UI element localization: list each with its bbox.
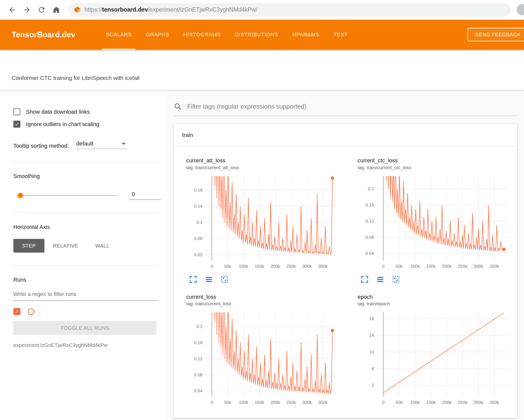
svg-text:350k: 350k (318, 400, 328, 405)
svg-text:6: 6 (371, 366, 374, 371)
horizontal-axis-buttons: STEP RELATIVE WALL (13, 239, 167, 253)
experiment-title: Conformer CTC training for LibriSpeech w… (12, 75, 139, 82)
svg-text:100k: 100k (410, 400, 420, 405)
svg-text:300k: 300k (302, 400, 312, 405)
browser-home-button[interactable] (49, 2, 63, 17)
svg-text:50k: 50k (396, 400, 403, 405)
tab-histograms[interactable]: HISTOGRAMS (176, 20, 228, 50)
chart-title: current_ctc_loss (358, 157, 511, 164)
svg-text:50k: 50k (396, 264, 403, 269)
smoothing-slider-thumb[interactable] (18, 193, 23, 198)
runs-filter-input[interactable] (13, 291, 159, 301)
send-feedback-button[interactable]: SEND FEEDBACK (467, 28, 524, 41)
svg-text:0.12: 0.12 (365, 219, 374, 224)
tooltip-sorting-value: default (76, 140, 93, 147)
svg-text:300k: 300k (474, 400, 483, 405)
svg-text:150k: 150k (426, 264, 436, 269)
svg-text:0.06: 0.06 (194, 236, 203, 241)
axis-wall-button[interactable]: WALL (87, 239, 118, 253)
chart-current-ctc-loss: current_ctc_loss tag: train/current_ctc_… (354, 157, 511, 284)
fit-domain-icon[interactable] (220, 275, 229, 284)
expand-chart-icon[interactable] (189, 275, 197, 284)
browser-chrome: https://tensorboard.dev/experiment/lzGnE… (0, 0, 524, 20)
svg-text:100k: 100k (239, 264, 248, 269)
run-color-swatch-icon[interactable] (28, 308, 35, 315)
svg-text:250k: 250k (458, 264, 468, 269)
brand-title: TensorBoard.dev (12, 30, 75, 39)
svg-text:0.08: 0.08 (194, 372, 203, 377)
tensorboard-favicon (74, 6, 81, 13)
chart-title: current_att_loss (186, 157, 339, 164)
toggle-all-runs-button[interactable]: TOGGLE ALL RUNS (13, 321, 156, 335)
svg-text:0.08: 0.08 (365, 235, 374, 240)
chart-tag: tag: train/current_ctc_loss (358, 165, 511, 170)
svg-text:300k: 300k (474, 264, 483, 269)
svg-text:0: 0 (211, 264, 213, 269)
svg-text:0.04: 0.04 (365, 251, 374, 256)
svg-text:150k: 150k (426, 400, 436, 405)
tab-text[interactable]: TEXT (327, 20, 355, 50)
svg-text:0.16: 0.16 (194, 340, 203, 345)
ignore-outliers-checkbox[interactable]: ✓ (13, 121, 20, 128)
svg-text:0.18: 0.18 (194, 188, 203, 193)
line-chart[interactable]: 26101418050k100k150k200k250k300k350k (354, 308, 511, 409)
tooltip-sorting-dropdown[interactable]: default (76, 140, 127, 149)
svg-text:0.2: 0.2 (196, 324, 202, 329)
tab-graphs[interactable]: GRAPHS (139, 20, 177, 50)
check-icon: ✓ (15, 122, 19, 127)
experiment-id-caption: experiment lzGnETjwRxC3yghNMd4kPw (13, 342, 167, 348)
svg-text:350k: 350k (490, 264, 499, 269)
svg-text:100k: 100k (239, 400, 248, 405)
tab-hparams[interactable]: HPARAMS (285, 20, 326, 50)
svg-text:2: 2 (371, 383, 374, 388)
show-download-links-checkbox[interactable] (13, 108, 20, 115)
svg-text:0: 0 (211, 400, 213, 405)
divider (13, 213, 159, 213)
svg-text:0.2: 0.2 (368, 186, 374, 191)
svg-text:10: 10 (369, 349, 374, 354)
svg-text:50k: 50k (224, 264, 231, 269)
browser-profile-avatar[interactable] (517, 4, 524, 15)
run-row: ✓ . (13, 308, 167, 315)
view-run-data-icon[interactable] (205, 275, 213, 284)
tag-group-title[interactable]: train (174, 124, 517, 146)
tooltip-sorting-row: Tooltip sorting method: default (13, 140, 167, 149)
svg-text:100k: 100k (410, 264, 420, 269)
smoothing-slider[interactable] (18, 195, 119, 196)
run-visibility-checkbox[interactable]: ✓ (13, 308, 20, 315)
tooltip-sorting-label: Tooltip sorting method: (13, 143, 69, 149)
horizontal-axis-label: Horizontal Axis (13, 224, 167, 230)
svg-text:250k: 250k (286, 264, 296, 269)
filter-tags-input[interactable] (187, 103, 517, 111)
view-run-data-icon[interactable] (376, 275, 385, 284)
chart-current-att-loss: current_att_loss tag: train/current_att_… (182, 157, 339, 284)
charts-grid: current_att_loss tag: train/current_att_… (174, 146, 517, 408)
smoothing-value-input[interactable]: 0 (130, 191, 161, 200)
tab-scalars[interactable]: SCALARS (99, 20, 139, 50)
home-icon (52, 6, 60, 14)
show-download-links-row[interactable]: Show data download links (13, 108, 167, 115)
svg-text:200k: 200k (271, 264, 280, 269)
reload-icon (37, 6, 46, 14)
axis-step-button[interactable]: STEP (13, 239, 44, 253)
svg-text:200k: 200k (442, 400, 452, 405)
line-chart[interactable]: 0.040.080.120.160.2050k100k150k200k250k3… (354, 172, 511, 273)
fit-domain-icon[interactable] (392, 275, 400, 284)
browser-forward-button[interactable] (19, 2, 34, 17)
address-bar[interactable]: https://tensorboard.dev/experiment/lzGnE… (68, 3, 511, 16)
svg-text:250k: 250k (458, 400, 468, 405)
ignore-outliers-row[interactable]: ✓ Ignore outliers in chart scaling (13, 121, 167, 128)
content-area: Show data download links ✓ Ignore outlie… (0, 90, 524, 420)
browser-reload-button[interactable] (34, 2, 49, 17)
tab-distributions[interactable]: DISTRIBUTIONS (228, 20, 285, 50)
line-chart[interactable]: 0.040.080.120.160.2050k100k150k200k250k3… (182, 308, 339, 409)
svg-text:200k: 200k (271, 400, 280, 405)
expand-chart-icon[interactable] (360, 275, 369, 284)
line-chart[interactable]: 0.020.060.10.140.18050k100k150k200k250k3… (182, 172, 339, 273)
svg-text:0.04: 0.04 (194, 388, 203, 393)
browser-back-button[interactable] (5, 2, 19, 17)
back-arrow-icon (8, 6, 16, 14)
axis-relative-button[interactable]: RELATIVE (44, 239, 87, 253)
smoothing-label: Smoothing (13, 173, 167, 179)
divider (13, 265, 159, 265)
